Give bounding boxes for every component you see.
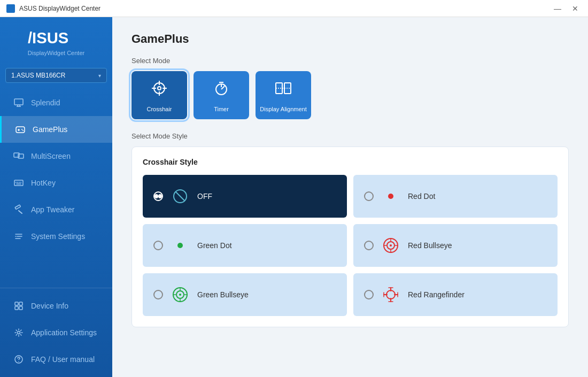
svg-point-8 — [21, 129, 22, 130]
sidebar-item-label-hotkey: HotKey — [31, 179, 56, 187]
radio-greenbullseye — [153, 290, 163, 299]
mode-card-displayalignment[interactable]: Display Alignment — [256, 71, 311, 119]
greendot-icon — [171, 236, 190, 255]
sidebar-item-label-apptweaker: App Tweaker — [31, 205, 74, 214]
sidebar-item-label-multiscreen: MultiScreen — [31, 152, 71, 160]
mode-card-crosshair[interactable]: Crosshair — [131, 71, 187, 119]
svg-point-28 — [18, 332, 20, 334]
select-mode-label: Select Mode — [131, 57, 569, 65]
chevron-down-icon: ▾ — [98, 73, 101, 79]
display-alignment-mode-icon — [274, 79, 293, 102]
multiscreen-icon — [13, 150, 25, 162]
title-bar-left: ASUS DisplayWidget Center — [6, 4, 100, 13]
sidebar-item-label-gameplus: GamePlus — [33, 125, 67, 134]
radio-reddot — [364, 191, 374, 201]
sidebar-item-label-systemsettings: System Settings — [31, 232, 85, 241]
option-label-greenbullseye: Green Bullseye — [197, 290, 249, 299]
svg-point-32 — [158, 87, 161, 90]
option-label-reddot: Red Dot — [408, 192, 435, 201]
asus-logo-icon: /ISUS — [28, 28, 84, 48]
title-bar: ASUS DisplayWidget Center — ✕ — [0, 0, 588, 17]
sidebar-item-appsettings[interactable]: Application Settings — [0, 319, 112, 346]
option-label-redrangefinder: Red Rangefinder — [408, 290, 465, 299]
svg-line-45 — [176, 192, 184, 201]
close-button[interactable]: ✕ — [569, 3, 582, 14]
option-label-off: OFF — [197, 192, 212, 201]
title-bar-text: ASUS DisplayWidget Center — [19, 5, 100, 12]
svg-rect-26 — [15, 306, 18, 310]
sidebar-item-systemsettings[interactable]: System Settings — [0, 223, 112, 250]
style-section: Crosshair Style OFF — [131, 147, 569, 327]
crosshair-option-off[interactable]: OFF — [143, 175, 347, 218]
crosshair-option-greendot[interactable]: Green Dot — [143, 224, 347, 267]
crosshair-mode-icon — [150, 79, 169, 102]
style-section-title: Crosshair Style — [143, 158, 558, 166]
off-icon — [171, 187, 190, 206]
gamepad-icon — [14, 124, 26, 135]
sidebar-item-label-appsettings: Application Settings — [31, 328, 97, 337]
svg-line-19 — [19, 211, 22, 213]
svg-rect-27 — [19, 306, 22, 310]
crosshair-grid: OFF Red Dot — [143, 175, 558, 316]
sidebar-item-multiscreen[interactable]: MultiScreen — [0, 143, 112, 170]
app-body: /ISUS DisplayWidget Center 1.ASUS MB166C… — [0, 17, 588, 377]
sidebar-item-label-deviceinfo: Device Info — [31, 302, 68, 310]
sidebar-nav: Splendid GamePlus — [0, 89, 112, 288]
svg-rect-25 — [19, 302, 22, 305]
sidebar-item-hotkey[interactable]: HotKey — [0, 170, 112, 196]
svg-rect-24 — [15, 302, 18, 305]
mode-card-label-crosshair: Crosshair — [146, 106, 172, 112]
radio-redrangefinder — [364, 290, 374, 299]
monitor-icon — [13, 97, 25, 109]
sidebar-bottom: Device Info Application Settings — [0, 288, 112, 377]
sidebar-item-splendid[interactable]: Splendid — [0, 89, 112, 116]
svg-point-62 — [386, 290, 395, 299]
sidebar-item-label-faq: FAQ / User manual — [31, 355, 95, 364]
device-dropdown[interactable]: 1.ASUS MB166CR ▾ — [5, 68, 107, 83]
radio-off — [153, 191, 163, 201]
tools-icon — [13, 230, 25, 242]
crosshair-option-redbullseye[interactable]: Red Bullseye — [353, 224, 558, 267]
select-mode-style-label: Select Mode Style — [131, 132, 569, 140]
svg-text:/ISUS: /ISUS — [28, 29, 68, 47]
redbullseye-icon — [381, 236, 400, 255]
timer-mode-icon — [212, 79, 231, 102]
sidebar: /ISUS DisplayWidget Center 1.ASUS MB166C… — [0, 17, 112, 377]
page-title: GamePlus — [131, 32, 569, 46]
sidebar-item-faq[interactable]: FAQ / User manual — [0, 346, 112, 373]
svg-point-47 — [177, 243, 183, 248]
sidebar-item-apptweaker[interactable]: App Tweaker — [0, 196, 112, 223]
app-icon — [6, 4, 15, 13]
mode-card-timer[interactable]: Timer — [194, 71, 249, 119]
svg-rect-5 — [16, 127, 25, 133]
svg-rect-18 — [15, 205, 21, 209]
svg-point-46 — [388, 194, 393, 199]
device-icon — [13, 300, 25, 312]
sidebar-subtitle: DisplayWidget Center — [28, 50, 84, 56]
option-label-greendot: Green Dot — [197, 241, 232, 250]
sidebar-item-deviceinfo[interactable]: Device Info — [0, 293, 112, 319]
option-label-redbullseye: Red Bullseye — [408, 241, 452, 250]
crosshair-option-redrangefinder[interactable]: Red Rangefinder — [353, 273, 558, 316]
sidebar-item-label-splendid: Splendid — [31, 98, 60, 107]
question-icon — [13, 353, 25, 365]
main-content: GamePlus Select Mode Crosshair — [112, 17, 588, 377]
mode-selector: Crosshair Timer — [131, 71, 569, 119]
sidebar-logo: /ISUS DisplayWidget Center — [28, 17, 84, 61]
crosshair-option-reddot[interactable]: Red Dot — [353, 175, 558, 218]
sidebar-item-gameplus[interactable]: GamePlus — [0, 116, 112, 143]
gear-icon — [13, 327, 25, 338]
crosshair-option-greenbullseye[interactable]: Green Bullseye — [143, 273, 347, 316]
radio-redbullseye — [364, 241, 374, 250]
keyboard-icon — [13, 177, 25, 189]
wrench-icon — [13, 204, 25, 216]
mode-card-label-timer: Timer — [214, 106, 229, 112]
redrangefinder-icon — [381, 285, 400, 304]
minimize-button[interactable]: — — [551, 3, 564, 14]
svg-point-30 — [18, 361, 19, 362]
mode-card-label-displayalignment: Display Alignment — [260, 106, 306, 112]
svg-rect-1 — [14, 99, 23, 105]
svg-point-57 — [179, 294, 181, 296]
reddot-icon — [381, 187, 400, 206]
svg-point-50 — [390, 244, 392, 247]
